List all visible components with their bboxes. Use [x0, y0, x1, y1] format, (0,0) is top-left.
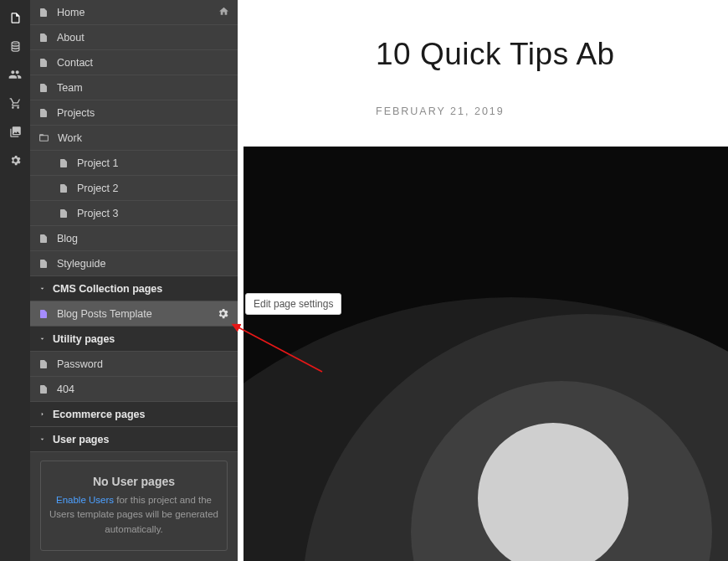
- section-ecommerce[interactable]: Ecommerce pages: [30, 402, 238, 427]
- section-label: Utility pages: [53, 333, 115, 345]
- page-icon: [38, 234, 49, 244]
- enable-users-link[interactable]: Enable Users: [56, 495, 114, 505]
- icon-rail: [0, 0, 30, 561]
- page-icon: [38, 359, 49, 369]
- rail-settings-icon[interactable]: [0, 146, 30, 174]
- page-label: 404: [57, 383, 74, 395]
- page-item-styleguide[interactable]: Styleguide: [30, 251, 238, 276]
- home-icon: [218, 6, 229, 19]
- page-label: Blog: [57, 233, 78, 244]
- chevron-right-icon: [38, 410, 46, 418]
- chevron-down-icon: [38, 335, 46, 342]
- page-label: Project 3: [77, 208, 118, 219]
- page-label: Contact: [57, 57, 93, 69]
- page-item-project3[interactable]: Project 3: [30, 201, 238, 226]
- rail-assets-icon[interactable]: [0, 117, 30, 146]
- page-label: Team: [57, 82, 83, 94]
- gear-icon[interactable]: [217, 307, 229, 320]
- section-label: CMS Collection pages: [53, 283, 162, 295]
- page-icon: [38, 384, 49, 394]
- page-item-home[interactable]: Home: [30, 0, 238, 25]
- rail-users-icon[interactable]: [0, 60, 30, 89]
- tooltip-page-settings: Edit page settings: [245, 293, 341, 315]
- page-item-team[interactable]: Team: [30, 75, 238, 100]
- section-cms[interactable]: CMS Collection pages: [30, 276, 238, 301]
- page-item-projects[interactable]: Projects: [30, 100, 238, 126]
- page-icon: [38, 8, 49, 18]
- section-utility[interactable]: Utility pages: [30, 327, 238, 352]
- designer-canvas[interactable]: 10 Quick Tips Ab FEBRUARY 21, 2019: [238, 0, 728, 561]
- page-item-work[interactable]: Work: [30, 126, 238, 151]
- section-label: User pages: [53, 434, 109, 445]
- page-item-contact[interactable]: Contact: [30, 50, 238, 75]
- page-label: Password: [57, 358, 103, 370]
- pages-panel: Home About Contact Team Projects Work Pr…: [30, 0, 238, 561]
- page-item-404[interactable]: 404: [30, 377, 238, 402]
- rail-pages-icon[interactable]: [0, 3, 30, 32]
- page-label: Projects: [57, 107, 95, 119]
- chevron-down-icon: [38, 435, 46, 443]
- page-item-project2[interactable]: Project 2: [30, 176, 238, 201]
- empty-description: Enable Users for this project and the Us…: [49, 493, 218, 537]
- page-icon: [38, 58, 49, 68]
- page-label: Work: [58, 132, 82, 144]
- page-label: About: [57, 32, 85, 44]
- post-date: FEBRUARY 21, 2019: [376, 106, 505, 117]
- chevron-down-icon: [38, 285, 46, 292]
- page-icon: [38, 83, 49, 93]
- page-icon: [59, 158, 69, 168]
- rail-ecommerce-icon[interactable]: [0, 89, 30, 117]
- page-icon: [59, 208, 69, 219]
- page-label: Project 2: [77, 183, 118, 194]
- page-label: Styleguide: [57, 258, 105, 270]
- page-label: Home: [57, 7, 85, 18]
- template-icon: [38, 309, 49, 319]
- page-icon: [38, 33, 49, 43]
- rail-cms-icon[interactable]: [0, 32, 30, 60]
- folder-icon: [38, 132, 49, 143]
- page-item-project1[interactable]: Project 1: [30, 151, 238, 176]
- empty-heading: No User pages: [49, 475, 218, 488]
- page-icon: [59, 183, 69, 193]
- page-icon: [38, 108, 49, 118]
- page-icon: [38, 259, 49, 269]
- page-label: Blog Posts Template: [57, 308, 152, 320]
- user-pages-empty: No User pages Enable Users for this proj…: [40, 461, 228, 551]
- page-item-password[interactable]: Password: [30, 352, 238, 377]
- post-title: 10 Quick Tips Ab: [376, 37, 615, 72]
- page-item-about[interactable]: About: [30, 25, 238, 50]
- page-item-blog-posts-template[interactable]: Blog Posts Template: [30, 301, 238, 327]
- page-item-blog[interactable]: Blog: [30, 226, 238, 251]
- page-label: Project 1: [77, 157, 118, 169]
- section-label: Ecommerce pages: [53, 409, 145, 420]
- post-image: [244, 147, 728, 561]
- section-user[interactable]: User pages: [30, 427, 238, 452]
